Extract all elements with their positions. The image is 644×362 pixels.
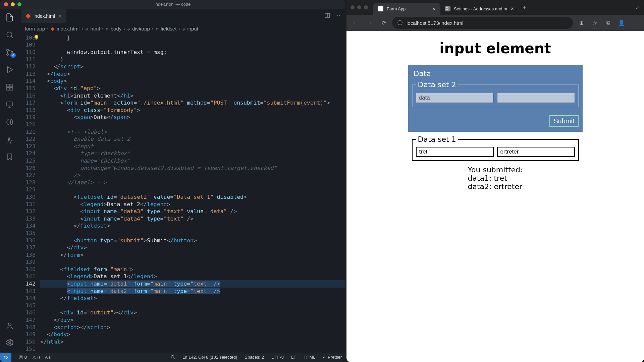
code-content[interactable]: } window.output.innerText = msg; } </scr… [40,34,345,353]
scm-badge: 3 [10,53,16,58]
html-file-icon [25,13,31,19]
breadcrumb-item[interactable]: index.html [57,26,79,32]
breadcrumb-item[interactable]: input [187,26,198,32]
svg-rect-6 [7,87,9,90]
forward-button[interactable]: → [364,17,375,28]
status-port[interactable]: ⎋ 0 [45,355,52,360]
svg-point-0 [7,32,12,37]
page-content: input element Data Data set 2 Submit Dat… [346,31,644,362]
activity-bar: 3 [0,9,19,353]
status-errors[interactable]: ⓧ 0 [19,354,27,360]
browser-tab[interactable]: ⚙ Settings - Addresses and m ✕ [440,3,519,15]
maximize-window-icon[interactable] [364,5,368,9]
editor-area: index.html ✕ ⋯ form-app› ◆ index.html› ⟐… [19,9,345,353]
bookmark-star-icon[interactable]: ☆ [589,17,600,28]
titlebar: index.html — code [0,0,345,9]
breadcrumb[interactable]: form-app› ◆ index.html› ⟐html› ⟐body› ⟐d… [19,23,345,34]
profile-icon[interactable]: 👤 [616,17,627,28]
bookmarks-icon[interactable] [5,152,14,162]
form-body: Data Data set 2 Submit [408,65,583,132]
remote-indicator-icon[interactable] [0,353,11,362]
svg-rect-5 [10,84,13,87]
status-encoding[interactable]: UTF-8 [271,355,284,360]
fieldset-legend: Data set 2 [416,80,458,89]
settings-gear-icon[interactable] [5,338,14,347]
browser-window: Form App ✕ ⚙ Settings - Addresses and m … [346,0,644,362]
fieldset-dataset1: Data set 1 [412,135,579,161]
close-tab-icon[interactable]: ✕ [511,6,514,11]
chevron-right-icon: › [47,26,49,32]
timeline-icon[interactable] [5,135,14,144]
data2-input[interactable] [497,147,575,157]
new-tab-button[interactable]: + [519,4,531,11]
status-warnings[interactable]: ⚠ 0 [32,355,40,360]
svg-rect-8 [7,102,13,106]
fieldset-legend: Data set 1 [416,135,458,143]
submit-button[interactable]: Submit [549,115,578,127]
minimize-window-icon[interactable] [357,5,361,9]
editor-tab[interactable]: index.html ✕ [21,9,66,23]
data3-input[interactable] [416,93,494,103]
status-spaces[interactable]: Spaces: 2 [245,355,264,360]
status-find-icon[interactable] [170,355,175,360]
breadcrumb-item[interactable]: body [111,26,122,32]
code-editor[interactable]: 1081091101111121131141151161171181191201… [19,34,345,353]
line-gutter: 1081091101111121131141151161171181191201… [19,34,40,353]
menu-icon[interactable]: ⋮ [629,17,641,28]
favicon-icon [378,6,383,11]
output-text: You submitted: data1: tret data2: ertret… [468,166,523,191]
status-formatter[interactable]: Prettier [323,355,342,360]
window-title: index.html — code [155,2,191,7]
fieldset-dataset2: Data set 2 [412,80,579,107]
url-text: localhost:5173/index.html [407,20,463,26]
browser-tab[interactable]: Form App ✕ [373,3,440,15]
window-expand-icon[interactable]: ⤢ [636,4,640,11]
svg-point-13 [171,355,174,358]
traffic-lights [351,5,368,9]
explorer-icon[interactable] [5,13,14,22]
source-control-icon[interactable]: 3 [5,48,14,57]
vscode-window: index.html — code 3 [0,0,345,362]
breadcrumb-item[interactable]: div#app [132,26,150,32]
browser-toolbar: ← → ⟳ ⓘ localhost:5173/index.html ⊕ ☆ ⧉ … [346,15,644,31]
address-bar[interactable]: ⓘ localhost:5173/index.html [392,17,573,29]
data-label: Data [414,69,577,78]
browser-tabstrip: Form App ✕ ⚙ Settings - Addresses and m … [346,0,644,15]
svg-rect-7 [10,87,13,90]
maximize-window-icon[interactable] [17,2,21,6]
favicon-icon: ⚙ [445,6,450,11]
split-editor-icon[interactable] [324,12,330,20]
reload-button[interactable]: ⟳ [378,17,389,28]
close-window-icon[interactable] [4,2,8,6]
minimize-window-icon[interactable] [11,2,15,6]
remote-explorer-icon[interactable] [5,100,14,109]
status-cursor[interactable]: Ln 142, Col 8 (102 selected) [182,355,237,360]
data4-input[interactable] [497,93,575,103]
extensions-icon[interactable] [5,82,14,92]
svg-point-2 [7,54,8,55]
breadcrumb-item[interactable]: html [90,26,100,32]
accounts-icon[interactable] [5,321,14,330]
more-actions-icon[interactable]: ⋯ [335,12,340,20]
editor-tab-label: index.html [34,13,55,19]
close-window-icon[interactable] [351,5,355,9]
traffic-lights [4,2,21,6]
close-tab-icon[interactable]: ✕ [58,13,62,19]
site-info-icon[interactable]: ⓘ [397,20,402,26]
breadcrumb-item[interactable]: form-app [25,26,45,32]
testing-icon[interactable] [5,117,14,127]
status-language[interactable]: HTML [304,355,315,360]
close-tab-icon[interactable]: ✕ [432,6,436,11]
tab-title: Form App [387,6,406,11]
search-icon[interactable] [5,30,14,40]
tab-title: Settings - Addresses and m [454,6,507,11]
extensions-icon[interactable]: ⧉ [602,17,614,28]
back-button[interactable]: ← [350,17,361,28]
status-eol[interactable]: LF [291,355,296,360]
status-bar: ⓧ 0 ⚠ 0 ⎋ 0 Ln 142, Col 8 (102 selected)… [0,353,345,362]
zoom-icon[interactable]: ⊕ [576,17,587,28]
data1-input[interactable] [416,147,494,157]
run-debug-icon[interactable] [5,65,14,74]
svg-point-10 [8,323,11,326]
breadcrumb-item[interactable]: fieldset [161,26,177,32]
